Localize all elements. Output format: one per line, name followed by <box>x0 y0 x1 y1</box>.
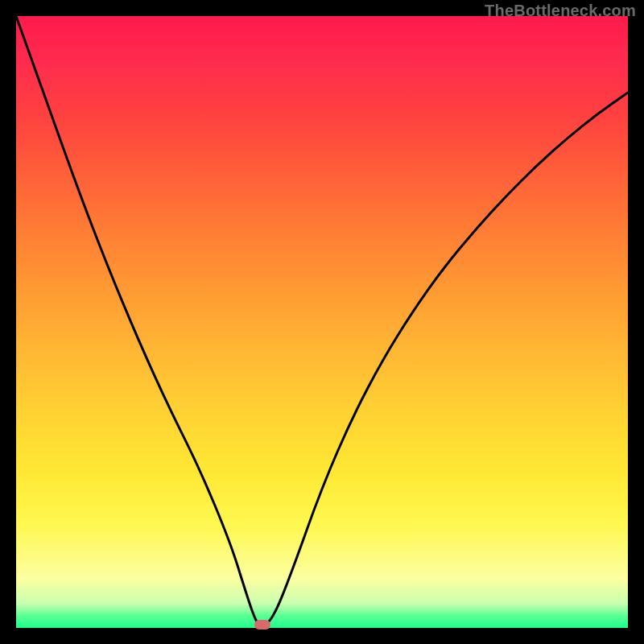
chart-frame: TheBottleneck.com <box>0 0 644 644</box>
bottleneck-curve <box>16 16 628 628</box>
optimal-point-marker <box>254 620 270 630</box>
watermark-text: TheBottleneck.com <box>485 2 636 20</box>
